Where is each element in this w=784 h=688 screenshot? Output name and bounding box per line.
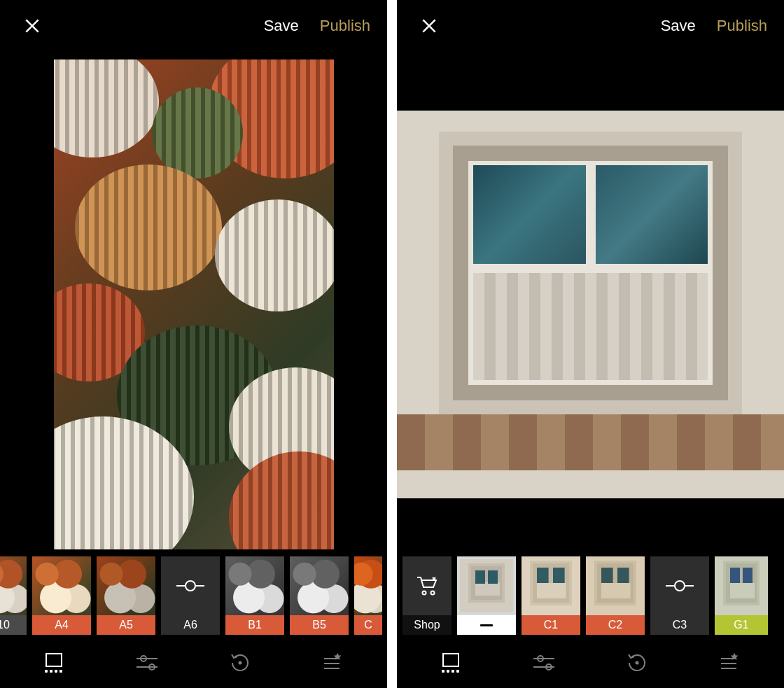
filter-label: A4 (32, 615, 91, 635)
filter-label: C (354, 615, 382, 635)
filter-tile-g1[interactable]: G1 (715, 556, 768, 635)
editor-screen-right: Save Publish Shop (397, 0, 784, 688)
presets-icon (441, 653, 461, 673)
nav-presets[interactable] (433, 645, 469, 681)
bottom-nav (397, 638, 784, 688)
minus-icon (480, 624, 493, 626)
svg-point-15 (636, 661, 639, 665)
history-icon (625, 651, 649, 675)
filter-strip[interactable]: 10 A4 A5 A6 B1 B5 C (0, 556, 387, 638)
filter-label: G1 (715, 615, 768, 635)
filter-label: C2 (586, 615, 645, 635)
filter-tile-c[interactable]: C (354, 556, 382, 635)
preview-area[interactable] (397, 52, 784, 556)
filter-thumb (402, 556, 451, 615)
filter-label: C3 (650, 615, 709, 635)
nav-adjust[interactable] (526, 645, 562, 681)
filter-tile-c2[interactable]: C2 (586, 556, 645, 635)
filter-thumb (586, 556, 645, 615)
save-button[interactable]: Save (264, 17, 299, 35)
publish-button[interactable]: Publish (717, 17, 767, 35)
filter-thumb (650, 556, 709, 615)
preview-image (54, 59, 334, 549)
header-actions: Save Publish (661, 17, 767, 35)
filter-thumb (290, 556, 349, 615)
nav-presets[interactable] (36, 645, 72, 681)
filter-thumb (32, 556, 91, 615)
filter-tile-a6[interactable]: A6 (161, 556, 220, 635)
filter-label: A6 (161, 615, 220, 635)
nav-recipe[interactable] (712, 645, 748, 681)
filter-tile-a5[interactable]: A5 (97, 556, 155, 635)
svg-point-9 (423, 591, 426, 595)
header-actions: Save Publish (264, 17, 370, 35)
filter-tile-none[interactable] (457, 556, 516, 635)
bottom-nav (0, 638, 387, 688)
close-icon (23, 17, 41, 35)
filter-label: B5 (290, 615, 349, 635)
filter-strip[interactable]: Shop C1 C2 C3 G1 (397, 556, 784, 638)
filter-label: 10 (0, 615, 27, 635)
recipe-icon (718, 653, 742, 673)
filter-label: Shop (402, 615, 451, 635)
filter-tile-b5[interactable]: B5 (290, 556, 349, 635)
presets-icon (44, 653, 64, 673)
save-button[interactable]: Save (661, 17, 696, 35)
sliders-icon (135, 653, 159, 673)
filter-tile-c3[interactable]: C3 (650, 556, 709, 635)
filter-thumb (457, 556, 516, 615)
filter-thumb (97, 556, 155, 615)
close-icon (420, 17, 438, 35)
nav-history[interactable] (619, 645, 655, 681)
filter-label: B1 (225, 615, 284, 635)
slider-icon (666, 585, 694, 587)
svg-point-4 (239, 661, 242, 665)
filter-thumb (522, 556, 580, 615)
filter-thumb (161, 556, 220, 615)
header: Save Publish (397, 0, 784, 52)
nav-adjust[interactable] (129, 645, 165, 681)
filter-thumb (0, 556, 27, 615)
filter-tile-10[interactable]: 10 (0, 556, 27, 635)
cart-icon (414, 573, 440, 598)
sliders-icon (532, 653, 556, 673)
preview-area[interactable] (0, 52, 387, 556)
filter-tile-a4[interactable]: A4 (32, 556, 91, 635)
filter-thumb (715, 556, 768, 615)
editor-screen-left: Save Publish 10 A4 A5 (0, 0, 387, 688)
recipe-icon (321, 653, 345, 673)
header: Save Publish (0, 0, 387, 52)
publish-button[interactable]: Publish (320, 17, 370, 35)
filter-label: A5 (97, 615, 155, 635)
close-button[interactable] (17, 10, 48, 41)
history-icon (228, 651, 252, 675)
filter-thumb (225, 556, 284, 615)
filter-label (457, 615, 516, 635)
filter-thumb (354, 556, 382, 615)
slider-icon (176, 585, 204, 587)
nav-recipe[interactable] (315, 645, 351, 681)
filter-label: C1 (522, 615, 580, 635)
nav-history[interactable] (222, 645, 258, 681)
shop-tile[interactable]: Shop (402, 556, 451, 635)
svg-point-10 (431, 591, 435, 595)
preview-image (397, 111, 784, 498)
close-button[interactable] (414, 10, 444, 41)
filter-tile-c1[interactable]: C1 (522, 556, 580, 635)
filter-tile-b1[interactable]: B1 (225, 556, 284, 635)
